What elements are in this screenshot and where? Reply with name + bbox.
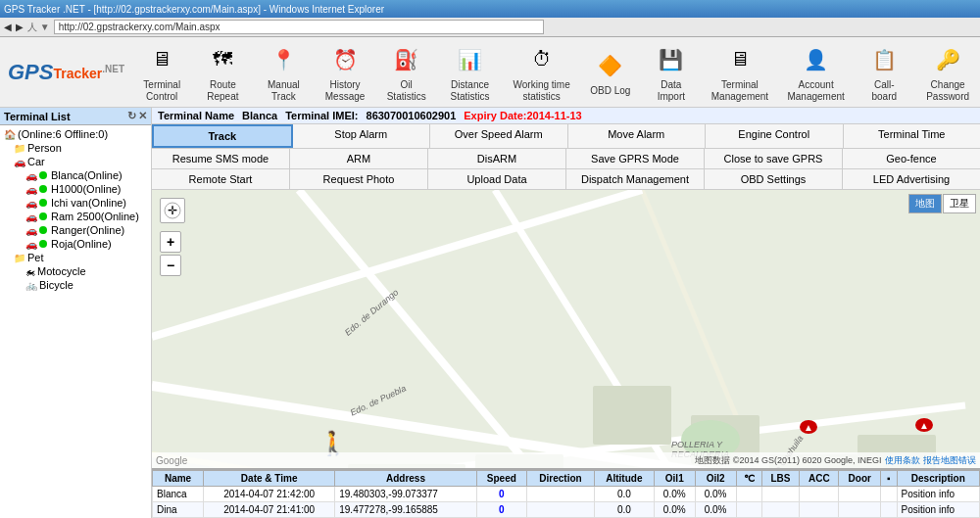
tree-item-7[interactable]: 🚗Ranger(Online): [2, 223, 149, 237]
map-type-satellite[interactable]: 卫星: [943, 194, 976, 213]
refresh-icon[interactable]: ↻: [127, 110, 136, 122]
button-row3-3[interactable]: Dispatch Management: [566, 169, 705, 189]
tree-label-3: Blanca(Online): [51, 169, 122, 181]
nav-item-history-message[interactable]: ⏰History Message: [315, 38, 374, 107]
nav-item-data-import[interactable]: 💾Data Import: [642, 38, 701, 107]
nav-item-terminal-control[interactable]: 🖥Terminal Control: [132, 38, 191, 107]
nav-item-working-time[interactable]: ⏱Working time statistics: [504, 38, 578, 107]
button-row2-2[interactable]: DisARM: [428, 149, 566, 168]
map-area: Edo. de Durango Edo. de Puebla Edo. de P…: [152, 190, 980, 468]
button-row-3: Remote StartRequest PhotoUpload DataDisp…: [152, 169, 980, 190]
table-cell-0-2: 19.480303,-99.073377: [335, 487, 476, 502]
button-row2-0[interactable]: Resume SMS mode: [152, 149, 290, 168]
address-label: 人 ▼: [27, 21, 50, 34]
table-cell-1-0: Dina: [153, 502, 204, 518]
table-header: Oil1: [654, 471, 695, 487]
tree-item-2[interactable]: 🚗Car: [2, 155, 149, 168]
button-row1-0[interactable]: Track: [152, 124, 293, 148]
button-row3-2[interactable]: Upload Data: [428, 169, 566, 189]
tree-item-5[interactable]: 🚗Ichi van(Online): [2, 196, 149, 210]
table-cell-0-13: Position info: [897, 487, 979, 502]
nav-icon-data-import: 💾: [654, 42, 689, 77]
nav-item-call-board[interactable]: 📋Call-board: [855, 38, 913, 107]
button-row2-1[interactable]: ARM: [290, 149, 428, 168]
button-row1-2[interactable]: Over Speed Alarm: [430, 124, 568, 148]
close-icon[interactable]: ✕: [138, 110, 147, 122]
forward-icon[interactable]: ▶: [16, 22, 24, 32]
zoom-in-button[interactable]: +: [160, 231, 181, 253]
tree-icon-11: 🚲: [25, 280, 37, 291]
svg-text:▲: ▲: [804, 422, 813, 433]
nav-item-oil-statistics[interactable]: ⛽Oil Statistics: [377, 38, 436, 107]
addressbar: ◀ ▶ 人 ▼ http://02.gpstrackerxy.com/Main.…: [0, 18, 980, 37]
button-row1-4[interactable]: Engine Control: [706, 124, 844, 148]
map-svg: [152, 190, 980, 468]
terms-link[interactable]: 使用条款 报告地图错误: [885, 454, 976, 467]
button-row1-5[interactable]: Terminal Time: [844, 124, 981, 148]
vehicle-marker-3[interactable]: ▲: [914, 415, 934, 435]
button-row2-5[interactable]: Geo-fence: [843, 149, 980, 168]
button-row1-3[interactable]: Move Alarm: [568, 124, 707, 148]
table-header: Address: [335, 471, 476, 487]
pan-control[interactable]: ✛: [160, 198, 185, 223]
tree-item-11[interactable]: 🚲Bicycle: [2, 278, 149, 292]
nav-label-history-message: History Message: [322, 79, 367, 103]
table-header: ACC: [800, 471, 839, 487]
table-area: NameDate & TimeAddressSpeedDirectionAlti…: [152, 468, 980, 518]
button-row2-4[interactable]: Close to save GPRS: [705, 149, 843, 168]
tree-item-1[interactable]: 📁Person: [2, 141, 149, 155]
table-header: Oil2: [695, 471, 736, 487]
zoom-out-button[interactable]: −: [160, 255, 181, 276]
button-row2-3[interactable]: Save GPRS Mode: [566, 149, 705, 168]
table-cell-1-2: 19.477278,-99.165885: [335, 502, 476, 518]
svg-text:▲: ▲: [919, 420, 929, 431]
table-header: LBS: [761, 471, 799, 487]
map-type-buttons: 地图 卫星: [908, 194, 976, 213]
map-type-map[interactable]: 地图: [908, 194, 942, 213]
tree-item-8[interactable]: 🚗Roja(Online): [2, 237, 149, 251]
nav-item-manual-track[interactable]: 📍Manual Track: [254, 38, 313, 107]
button-row-2: Resume SMS modeARMDisARMSave GPRS ModeCl…: [152, 149, 980, 169]
nav-item-terminal-management[interactable]: 🖥Terminal Management: [703, 38, 777, 107]
table-cell-0-4: [527, 487, 595, 502]
nav-item-distance-statistics[interactable]: 📊Distance Statistics: [438, 38, 503, 107]
nav-item-change-password[interactable]: 🔑Change Password: [915, 38, 980, 107]
tree-icon-9: 📁: [14, 253, 25, 263]
online-dot: [39, 171, 47, 179]
tree-area: 🏠(Online:6 Offline:0)📁Person🚗Car🚗Blanca(…: [0, 125, 151, 518]
table-header: Speed: [476, 471, 526, 487]
nav-icon-route-repeat: 🗺: [205, 42, 240, 77]
tree-item-9[interactable]: 📁Pet: [2, 251, 149, 264]
button-row3-5[interactable]: LED Advertising: [843, 169, 980, 189]
tree-item-10[interactable]: 🏍Motocycle: [2, 264, 149, 278]
button-row3-1[interactable]: Request Photo: [290, 169, 428, 189]
nav-item-account-management[interactable]: 👤Account Management: [779, 38, 853, 107]
logo-gps: GPS: [8, 60, 53, 85]
online-dot: [39, 199, 47, 207]
table-cell-0-10: [800, 487, 839, 502]
tree-label-4: H1000(Online): [51, 183, 122, 195]
tree-label-8: Roja(Online): [51, 238, 112, 250]
nav-item-obd-log[interactable]: 🔶OBD Log: [581, 44, 640, 101]
vehicle-marker-2[interactable]: ▲: [799, 417, 818, 437]
tree-icon-1: 📁: [14, 143, 25, 154]
tree-item-4[interactable]: 🚗H1000(Online): [2, 182, 149, 196]
button-row3-4[interactable]: OBD Settings: [705, 169, 843, 189]
tree-item-0[interactable]: 🏠(Online:6 Offline:0): [2, 127, 149, 141]
nav-label-terminal-management: Terminal Management: [710, 79, 769, 103]
button-row3-0[interactable]: Remote Start: [152, 169, 290, 189]
nav-icon-distance-statistics: 📊: [453, 42, 488, 77]
tree-item-6[interactable]: 🚗Ram 2500(Online): [2, 210, 149, 223]
table-cell-0-9: [761, 487, 799, 502]
tree-icon-10: 🏍: [25, 266, 35, 277]
tree-icon-7: 🚗: [25, 225, 37, 236]
back-icon[interactable]: ◀: [4, 22, 12, 32]
tree-item-3[interactable]: 🚗Blanca(Online): [2, 168, 149, 182]
table-cell-1-5: 0.0: [594, 502, 654, 518]
table-header: Direction: [527, 471, 595, 487]
button-row-1: TrackStop AlarmOver Speed AlarmMove Alar…: [152, 124, 980, 149]
sidebar: Terminal List ↻ ✕ 🏠(Online:6 Offline:0)📁…: [0, 108, 152, 518]
nav-item-route-repeat[interactable]: 🗺Route Repeat: [193, 38, 252, 107]
button-row1-1[interactable]: Stop Alarm: [293, 124, 431, 148]
table-cell-0-6: 0.0%: [654, 487, 695, 502]
